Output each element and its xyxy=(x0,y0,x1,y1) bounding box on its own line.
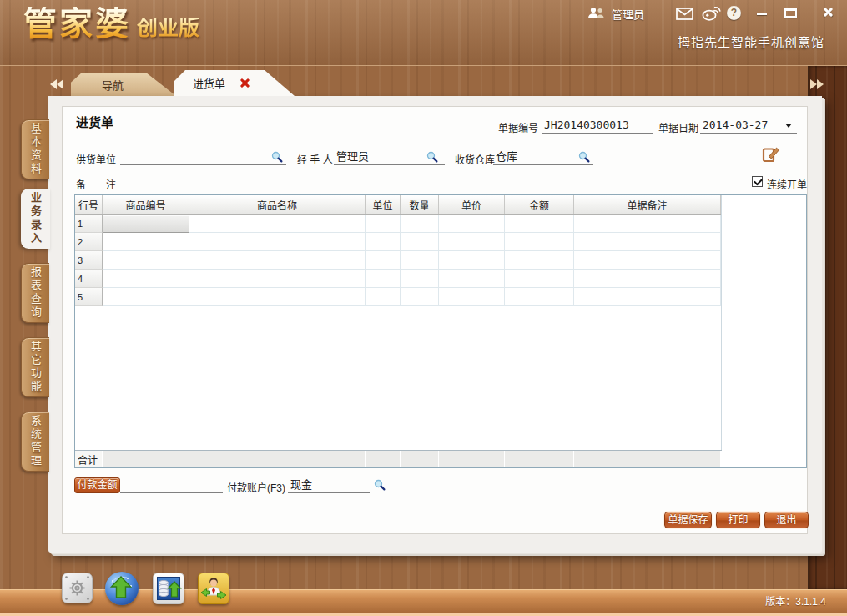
table-cell[interactable] xyxy=(103,270,189,288)
table-cell[interactable] xyxy=(103,288,189,306)
exit-button[interactable]: 退出 xyxy=(764,512,809,528)
user-switch-icon[interactable] xyxy=(198,573,229,604)
table-cell[interactable] xyxy=(505,233,574,251)
close-tab-icon[interactable] xyxy=(239,78,250,88)
sidebar-item-business-entry[interactable]: 业务录入 xyxy=(21,189,50,249)
print-button[interactable]: 打印 xyxy=(716,512,760,528)
sidebar-item-label: 报表查询 xyxy=(28,266,43,320)
table-cell[interactable] xyxy=(401,215,439,233)
table-cell[interactable] xyxy=(103,233,189,251)
doc-date-input[interactable]: 2014-03-27 xyxy=(700,117,797,134)
network-sync-icon[interactable] xyxy=(105,572,139,605)
sidebar-item-report-query[interactable]: 报表查询 xyxy=(21,263,49,323)
minimize-button[interactable] xyxy=(757,13,767,15)
table-cell[interactable] xyxy=(505,251,574,270)
tab-purchase-order[interactable]: 进货单 xyxy=(174,70,295,96)
table-cell[interactable] xyxy=(439,251,505,270)
row-number-cell[interactable]: 5 xyxy=(75,288,103,306)
handler-lookup-icon[interactable] xyxy=(426,151,438,168)
table-row: 3 xyxy=(75,251,721,270)
table-cell[interactable] xyxy=(574,270,721,288)
column-header-2[interactable]: 商品编号 xyxy=(103,195,189,214)
warehouse-label: 收货仓库 xyxy=(455,152,495,166)
column-header-4[interactable]: 单位 xyxy=(366,195,401,214)
table-cell[interactable] xyxy=(505,288,574,306)
table-cell[interactable] xyxy=(574,215,721,233)
date-dropdown-icon[interactable] xyxy=(785,124,792,128)
remark-input[interactable] xyxy=(120,173,288,189)
warehouse-input[interactable]: 仓库 xyxy=(493,149,593,165)
table-cell[interactable] xyxy=(366,215,401,233)
table-cell[interactable] xyxy=(401,233,439,251)
table-cell[interactable] xyxy=(574,233,721,251)
tab-scroll-right-icon[interactable] xyxy=(810,79,824,89)
table-cell[interactable] xyxy=(439,215,505,233)
table-row: 1 xyxy=(75,215,721,233)
payment-account-input[interactable]: 现金 xyxy=(288,477,370,493)
doc-no-value[interactable]: JH20140300013 xyxy=(542,117,653,134)
continuous-billing-checkbox[interactable] xyxy=(752,176,763,187)
table-cell[interactable] xyxy=(103,251,189,270)
supplier-input[interactable] xyxy=(120,149,286,165)
table-cell[interactable] xyxy=(401,251,439,270)
column-header-5[interactable]: 数量 xyxy=(401,195,439,214)
table-cell[interactable] xyxy=(505,215,574,233)
column-header-8[interactable]: 单据备注 xyxy=(574,195,721,214)
table-row: 2 xyxy=(75,233,721,251)
payment-account-lookup-icon[interactable] xyxy=(374,479,386,494)
table-cell[interactable] xyxy=(401,288,439,306)
total-cell xyxy=(103,451,189,467)
table-cell[interactable] xyxy=(505,270,574,288)
table-cell[interactable] xyxy=(189,251,366,270)
save-button[interactable]: 单据保存 xyxy=(664,512,712,528)
mail-icon[interactable] xyxy=(676,8,693,23)
payment-amount-chip[interactable]: 付款金额 xyxy=(74,477,120,493)
selected-cell[interactable] xyxy=(103,215,189,233)
table-cell[interactable] xyxy=(439,288,505,306)
table-cell[interactable] xyxy=(401,270,439,288)
column-header-7[interactable]: 金额 xyxy=(505,195,574,214)
sidebar-item-basic-data[interactable]: 基本资料 xyxy=(21,119,49,179)
table-cell[interactable] xyxy=(439,270,505,288)
edit-icon[interactable] xyxy=(762,145,780,164)
items-table: 行号商品编号商品名称单位数量单价金额单据备注12345 合计 xyxy=(74,194,807,468)
row-number-cell[interactable]: 4 xyxy=(75,270,103,288)
payment-account-value: 现金 xyxy=(290,478,312,491)
table-cell[interactable] xyxy=(189,233,366,251)
help-icon[interactable]: ? xyxy=(727,6,741,20)
table-cell[interactable] xyxy=(366,233,401,251)
maximize-button[interactable] xyxy=(784,8,797,18)
payment-amount-input[interactable] xyxy=(120,477,223,493)
row-number-cell[interactable]: 2 xyxy=(75,233,103,251)
table-cell[interactable] xyxy=(439,233,505,251)
settings-icon[interactable] xyxy=(62,573,93,603)
table-cell[interactable] xyxy=(366,288,401,306)
tab-navigation[interactable]: 导航 xyxy=(71,73,176,96)
column-header-3[interactable]: 商品名称 xyxy=(189,195,366,214)
database-backup-icon[interactable] xyxy=(153,573,184,604)
sidebar-item-other-functions[interactable]: 其它功能 xyxy=(21,337,49,397)
handler-input[interactable]: 管理员 xyxy=(334,149,445,165)
row-number-cell[interactable]: 1 xyxy=(75,215,103,233)
row-number-cell[interactable]: 3 xyxy=(75,251,103,270)
table-cell[interactable] xyxy=(574,251,721,270)
supplier-lookup-icon[interactable] xyxy=(271,151,283,168)
column-header-1[interactable]: 行号 xyxy=(75,195,103,214)
close-button[interactable] xyxy=(823,7,834,18)
weibo-icon[interactable] xyxy=(702,5,721,24)
tab-scroll-left-icon[interactable] xyxy=(50,79,63,89)
current-user[interactable]: 管理员 xyxy=(587,6,644,22)
table-cell[interactable] xyxy=(189,270,366,288)
total-cell xyxy=(189,451,366,467)
table-cell[interactable] xyxy=(189,215,366,233)
warehouse-lookup-icon[interactable] xyxy=(578,151,590,168)
table-cell[interactable] xyxy=(189,288,366,306)
table-cell[interactable] xyxy=(366,251,401,270)
column-header-6[interactable]: 单价 xyxy=(439,195,505,214)
table-cell[interactable] xyxy=(366,270,401,288)
total-cell xyxy=(366,451,401,467)
table-header-row: 行号商品编号商品名称单位数量单价金额单据备注 xyxy=(75,195,721,215)
sidebar-item-system-management[interactable]: 系统管理 xyxy=(21,412,49,472)
logo-sub-text: 创业版 xyxy=(137,18,199,40)
table-cell[interactable] xyxy=(574,288,721,306)
